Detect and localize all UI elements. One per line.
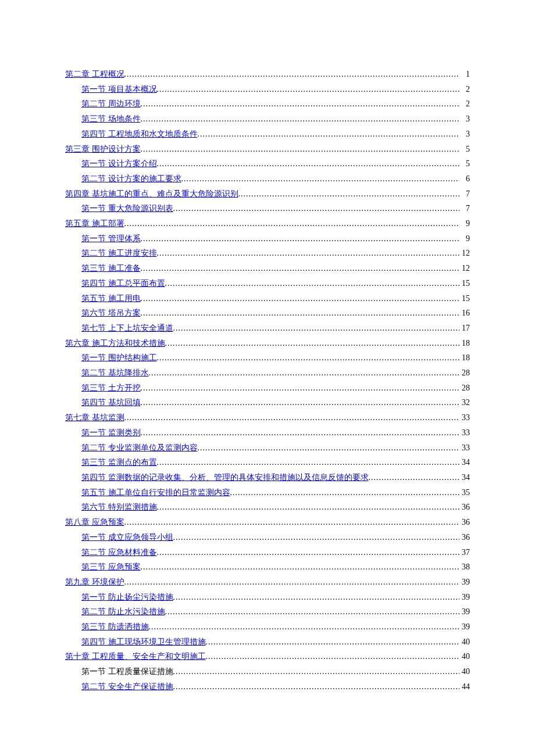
toc-entry: 第八章 应急预案36: [65, 515, 470, 530]
toc-entry: 第二节 设计方案的施工要求6: [65, 171, 470, 187]
toc-entry-link[interactable]: 第一节 监测类别: [81, 425, 141, 440]
toc-entry-link[interactable]: 第三节 土方开挖: [81, 381, 141, 396]
toc-leader-dots: [238, 187, 460, 202]
toc-page-number: 17: [459, 321, 470, 336]
toc-page-number: 5: [459, 142, 470, 157]
toc-leader-dots: [165, 604, 460, 619]
toc-leader-dots: [141, 381, 460, 396]
toc-page-number: 37: [459, 545, 470, 560]
toc-page-number: 28: [459, 366, 470, 381]
toc-entry-link[interactable]: 第二节 防止水污染措施: [81, 604, 165, 619]
toc-leader-dots: [230, 485, 460, 500]
toc-entry-link[interactable]: 第一节 设计方案介绍: [81, 156, 157, 171]
toc-leader-dots: [173, 201, 460, 216]
toc-entry-link[interactable]: 第三节 施工准备: [81, 261, 141, 276]
toc-leader-dots: [141, 142, 460, 157]
toc-entry-link[interactable]: 第二节 设计方案的施工要求: [81, 171, 181, 187]
toc-entry: 第二节 安全生产保证措施44: [65, 679, 470, 694]
toc-leader-dots: [124, 67, 460, 82]
toc-page-number: 1: [459, 67, 470, 82]
toc-entry-link[interactable]: 第五章 施工部署: [65, 216, 124, 231]
toc-entry: 第二节 施工进度安排12: [65, 246, 470, 261]
toc-entry-link[interactable]: 第二节 周边环境: [81, 96, 141, 112]
toc-entry-link[interactable]: 第一节 成立应急领导小组: [81, 530, 173, 545]
toc-entry-link[interactable]: 第二节 应急材料准备: [81, 545, 157, 560]
toc-entry: 第四节 监测数据的记录收集、分析、管理的具体安排和措施以及信息反馈的要求34: [65, 470, 470, 485]
toc-page-number: 36: [459, 530, 470, 545]
toc-leader-dots: [157, 455, 460, 470]
toc-page-number: 16: [459, 306, 470, 321]
toc-entry-link[interactable]: 第七节 上下上坑安全通道: [81, 321, 173, 336]
toc-entry-link[interactable]: 第二节 基坑降排水: [81, 366, 149, 381]
toc-leader-dots: [124, 575, 460, 590]
toc-page-number: 2: [459, 96, 470, 112]
toc-entry: 第一节 设计方案介绍5: [65, 156, 470, 171]
toc-entry-link[interactable]: 第八章 应急预案: [65, 515, 124, 530]
toc-leader-dots: [165, 276, 460, 291]
toc-entry: 第九章 环境保护39: [65, 575, 470, 590]
toc-entry-link[interactable]: 第二节 安全生产保证措施: [81, 679, 173, 694]
toc-entry-link[interactable]: 第四节 施工总平面布置: [81, 276, 165, 291]
toc-page-number: 40: [459, 649, 470, 664]
toc-entry-link[interactable]: 第一节 重大危险源识别表: [81, 201, 173, 216]
toc-entry-link[interactable]: 第三节 场地条件: [81, 112, 141, 127]
toc-entry: 第三章 围护设计方案5: [65, 142, 470, 157]
toc-leader-dots: [141, 112, 460, 127]
toc-entry-link[interactable]: 第六节 塔吊方案: [81, 306, 141, 321]
toc-entry-link[interactable]: 第五节 施工用电: [81, 291, 141, 306]
toc-entry: 第三节 土方开挖28: [65, 381, 470, 396]
toc-leader-dots: [141, 261, 460, 276]
toc-leader-dots: [173, 590, 460, 605]
toc-entry-link[interactable]: 第三节 监测点的布置: [81, 455, 157, 470]
toc-entry-link[interactable]: 第二节 施工进度安排: [81, 246, 157, 261]
toc-entry: 第六节 塔吊方案16: [65, 306, 470, 321]
toc-entry-link[interactable]: 第二章 工程概况: [65, 67, 124, 82]
toc-entry-link[interactable]: 第一节 防止扬尘污染措施: [81, 590, 173, 605]
toc-entry-link[interactable]: 第四章 基坑施工的重点、难点及重大危险源识别: [65, 187, 238, 202]
toc-entry: 第四章 基坑施工的重点、难点及重大危险源识别7: [65, 187, 470, 202]
toc-entry: 第一节 重大危险源识别表7: [65, 201, 470, 216]
toc-leader-dots: [141, 231, 460, 246]
toc-page-number: 33: [459, 440, 470, 456]
toc-leader-dots: [124, 515, 460, 530]
toc-entry-link[interactable]: 第十章 工程质量、安全生产和文明施工: [65, 649, 206, 664]
toc-page-number: 33: [459, 425, 470, 440]
toc-entry-link[interactable]: 第四节 基坑回填: [81, 395, 141, 410]
toc-entry: 第二节 防止水污染措施39: [65, 604, 470, 619]
toc-page-number: 34: [459, 455, 470, 470]
toc-leader-dots: [173, 664, 460, 679]
toc-page-number: 39: [459, 604, 470, 619]
toc-entry-link[interactable]: 第三章 围护设计方案: [65, 142, 141, 157]
toc-entry-link[interactable]: 第六章 施工方法和技术措施: [65, 336, 165, 351]
toc-entry: 第七章 基坑监测33: [65, 410, 470, 425]
toc-leader-dots: [149, 619, 460, 635]
toc-entry-link[interactable]: 第五节 施工单位自行安排的日常监测内容: [81, 485, 230, 500]
toc-entry-link[interactable]: 第四节 施工现场环境卫生管理措施: [81, 635, 206, 650]
toc-page-number: 33: [459, 410, 470, 425]
toc-entry-link[interactable]: 第三节 应急预案: [81, 560, 141, 575]
toc-entry: 第五节 施工单位自行安排的日常监测内容35: [65, 485, 470, 500]
toc-page-number: 9: [459, 231, 470, 246]
toc-entry-link[interactable]: 第四节 监测数据的记录收集、分析、管理的具体安排和措施以及信息反馈的要求: [81, 470, 369, 485]
toc-page-number: 5: [459, 156, 470, 171]
toc-leader-dots: [141, 395, 460, 410]
toc-entry-link[interactable]: 第一节 管理体系: [81, 231, 141, 246]
toc-leader-dots: [198, 127, 460, 142]
toc-page-number: 15: [459, 291, 470, 306]
toc-entry-link[interactable]: 第一节 围护结构施工: [81, 350, 157, 366]
toc-leader-dots: [141, 306, 460, 321]
toc-page-number: 39: [459, 590, 470, 605]
toc-entry-link: 第一节 工程质量保证措施: [81, 664, 173, 679]
toc-entry-link[interactable]: 第三节 防遗洒措施: [81, 619, 149, 635]
toc-entry: 第六章 施工方法和技术措施18: [65, 336, 470, 351]
toc-entry-link[interactable]: 第二节 专业监测单位及监测内容: [81, 440, 198, 456]
toc-entry-link[interactable]: 第四节 工程地质和水文地质条件: [81, 127, 198, 142]
toc-entry-link[interactable]: 第七章 基坑监测: [65, 410, 124, 425]
toc-entry-link[interactable]: 第九章 环境保护: [65, 575, 124, 590]
toc-page-number: 39: [459, 619, 470, 635]
toc-leader-dots: [157, 82, 460, 97]
toc-entry-link[interactable]: 第六节 特别监测措施: [81, 500, 157, 515]
toc-leader-dots: [149, 366, 460, 381]
toc-entry-link[interactable]: 第一节 项目基本概况: [81, 82, 157, 97]
toc-leader-dots: [157, 350, 460, 366]
